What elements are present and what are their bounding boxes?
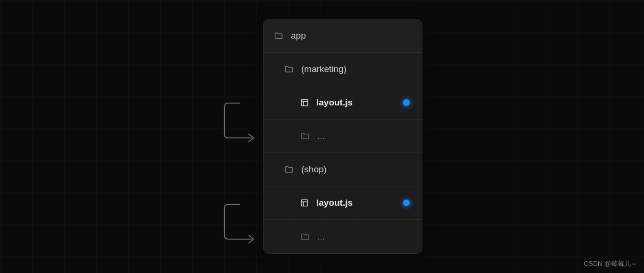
folder-icon xyxy=(300,131,310,141)
tree-row-shop[interactable]: (shop) xyxy=(264,153,422,186)
layout-icon xyxy=(300,98,309,107)
svg-rect-3 xyxy=(301,200,308,206)
tree-label: (marketing) xyxy=(301,64,347,74)
svg-rect-0 xyxy=(301,99,308,106)
tree-label: layout.js xyxy=(316,198,353,208)
tree-label: app xyxy=(291,31,306,41)
tree-row-more-shop[interactable]: ... xyxy=(264,220,422,253)
tree-row-layout-shop[interactable]: layout.js xyxy=(264,186,422,220)
arrow-to-shop xyxy=(223,202,259,243)
folder-icon xyxy=(274,31,283,40)
layout-icon xyxy=(300,199,309,207)
tree-row-layout-marketing[interactable]: layout.js xyxy=(264,86,422,120)
folder-icon xyxy=(284,64,294,74)
folder-icon xyxy=(284,165,294,174)
tree-label: (shop) xyxy=(301,164,327,175)
tree-label: ... xyxy=(317,131,325,141)
tree-label: layout.js xyxy=(316,97,353,108)
folder-icon xyxy=(300,232,310,241)
highlight-dot-icon xyxy=(403,200,410,206)
arrow-to-marketing xyxy=(223,101,259,142)
watermark: CSDN @莓莓儿～ xyxy=(584,260,637,268)
highlight-dot-icon xyxy=(403,99,410,106)
tree-row-more-marketing[interactable]: ... xyxy=(264,120,422,153)
tree-row-app[interactable]: app xyxy=(264,19,422,53)
file-tree-panel: app (marketing) layout.js ... xyxy=(263,19,422,254)
tree-label: ... xyxy=(317,232,325,242)
tree-row-marketing[interactable]: (marketing) xyxy=(264,53,422,86)
